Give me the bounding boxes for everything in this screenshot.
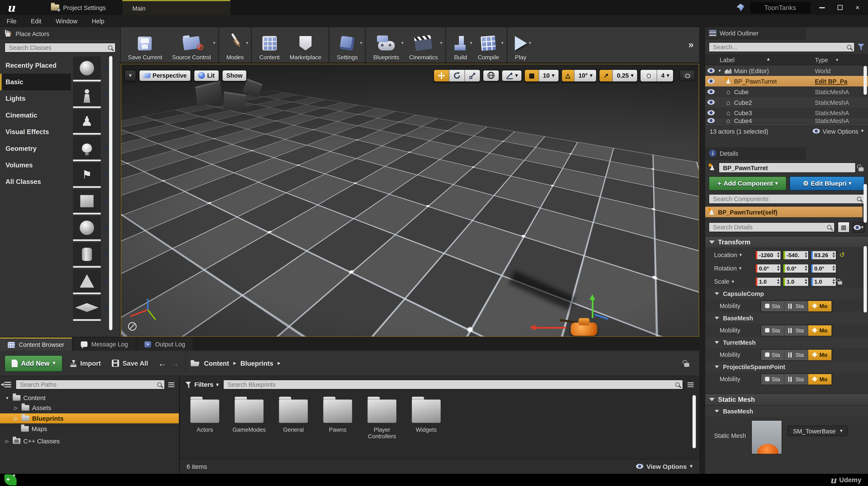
category-lights[interactable]: Lights [0,90,71,107]
build-button[interactable]: ▾Build [448,27,473,63]
folder-pawns[interactable]: Pawns [320,399,355,439]
minimize-button[interactable] [816,3,828,12]
scale-snap-value-button[interactable]: 0.25▾ [613,69,638,81]
breadcrumb-blueprints[interactable]: Blueprints [241,359,273,367]
rotation-y-field[interactable]: 0.0° [783,263,809,273]
camera-mode-button[interactable]: Perspective [138,69,191,81]
category-recently-placed[interactable]: Recently Placed [0,57,71,74]
source-control-button[interactable]: ⊘▾Source Control [167,27,216,63]
spinner-icon[interactable] [777,265,780,271]
show-flags-button[interactable]: Show [222,69,247,81]
mobility-static-option[interactable]: Sta [761,325,784,336]
menu-edit[interactable]: Edit [31,18,41,24]
spinner-icon[interactable] [832,265,836,271]
world-outliner-tab[interactable]: World Outliner [705,27,806,39]
folder-widgets[interactable]: Widgets [409,399,443,439]
turretmesh-section-header[interactable]: TurretMesh [705,337,868,348]
details-scrollbar[interactable] [864,246,867,312]
edit-blueprint-button[interactable]: ⚙ Edit Bluepri ▾ [789,176,865,191]
visibility-eye-icon[interactable] [707,89,715,94]
rotation-snap-value-button[interactable]: 10°▾ [575,69,596,81]
tab-message-log[interactable]: Message Log [73,338,135,351]
details-lock-icon[interactable] [859,167,864,171]
location-x-field[interactable]: -1260 [755,250,781,259]
folder-actors[interactable]: Actors [188,399,222,439]
details-scrollbar-lower[interactable] [864,184,867,223]
tree-item-content[interactable]: ▾ Content [4,393,175,403]
component-row-self[interactable]: ♟ BP_PawnTurret(self) [705,207,863,217]
tree-item-blueprints[interactable]: ▷ Blueprints [0,413,179,423]
folder-gamemodes[interactable]: GameModes [232,399,267,439]
dropdown-caret-icon[interactable]: ▾ [501,40,503,46]
expander-icon[interactable]: ▷ [13,416,19,421]
category-basic[interactable]: Basic [0,74,71,90]
outliner-view-options-button[interactable]: View Options ▾ [812,128,864,134]
spinner-icon[interactable] [832,252,836,258]
outliner-row-cube3[interactable]: ⌂ Cube3 StaticMeshA [705,108,868,118]
content-view-options-button[interactable]: View Options ▾ [636,463,692,470]
outliner-row-cube2[interactable]: ⌂ Cube2 StaticMeshA [705,97,868,108]
viewport-3d-scene[interactable] [121,64,699,337]
import-button[interactable]: Import [67,359,104,367]
tree-item-cpp-classes[interactable]: ▷ C++ Classes [4,436,175,446]
menu-file[interactable]: File [6,18,16,24]
actor-thumb-plane[interactable]: ↺ [73,296,101,319]
outliner-search-input[interactable] [712,43,845,51]
dropdown-caret-icon[interactable]: ▾ [246,40,248,46]
content-browser-lock-icon[interactable] [684,363,689,367]
add-component-button[interactable]: + Add Component ▾ [709,176,787,191]
scale-y-field[interactable]: 1.0 [783,277,809,286]
search-assets-input[interactable] [226,381,673,389]
folder-player-controllers[interactable]: Player Controllers [365,399,399,439]
actor-thumb-sphere-2[interactable]: ↺ [73,216,101,239]
search-assets-box[interactable] [223,379,683,390]
mobility-movable-option[interactable]: ✥Mo [808,349,832,360]
visibility-eye-icon[interactable] [707,79,715,84]
folder-general[interactable]: General [276,399,311,439]
mobility-static-option[interactable]: Sta [761,349,784,360]
outliner-row-cube4[interactable]: ⌂ Cube4 StaticMeshA [705,118,868,123]
visibility-eye-icon[interactable] [707,68,715,73]
tree-item-assets[interactable]: ▷ Assets [4,403,175,413]
mobility-stationary-option[interactable]: Sta [784,325,808,336]
visibility-eye-icon[interactable] [707,100,715,105]
grid-snap-value-button[interactable]: 10▾ [539,69,558,81]
mobility-stationary-option[interactable]: Sta [784,349,808,360]
surface-snap-button[interactable]: ▾ [501,69,522,81]
category-geometry[interactable]: Geometry [0,140,71,157]
forward-button[interactable]: → [171,359,179,368]
dropdown-caret-icon[interactable]: ▾ [213,40,215,46]
screenshot-button[interactable] [679,69,695,81]
dropdown-caret-icon[interactable]: ▾ [401,40,403,46]
compile-button[interactable]: ▾Compile [473,27,504,63]
maximize-button[interactable] [834,3,846,12]
basemesh-section-header[interactable]: BaseMesh [705,312,868,323]
place-actors-scrollbar[interactable] [109,56,113,330]
edit-blueprint-link[interactable]: Edit BP_Pa [815,78,868,84]
actor-name-box[interactable] [719,162,856,173]
transform-section-header[interactable]: Transform [705,236,868,248]
mobility-movable-option[interactable]: ✥Mo [808,374,832,384]
mobility-movable-option[interactable]: ✥Mo [808,301,832,311]
static-mesh-section-header[interactable]: Static Mesh [705,394,868,406]
mobility-static-option[interactable]: Sta [761,374,784,384]
visibility-eye-icon[interactable] [707,118,715,123]
scale-x-field[interactable]: 1.0 [755,277,781,286]
search-paths-input[interactable] [19,381,155,389]
translate-tool-button[interactable] [434,69,450,81]
view-mode-button[interactable]: Lit [194,69,219,81]
search-components-box[interactable] [709,194,865,204]
actor-thumb-sphere[interactable]: ↺ [73,56,101,79]
view-settings-icon[interactable] [687,382,693,387]
outliner-row-cube[interactable]: ⌂ Cube StaticMeshA [705,87,868,97]
gizmo-z-axis[interactable] [592,299,593,318]
category-volumes[interactable]: Volumes [0,157,71,173]
spinner-icon[interactable] [832,279,836,284]
search-paths-box[interactable] [16,379,165,390]
column-type[interactable]: Type [815,56,828,63]
scale-tool-button[interactable] [465,69,480,81]
close-button[interactable]: × [851,3,864,12]
sources-list-icon[interactable] [168,382,175,387]
scale-snap-toggle[interactable]: ↗ [600,69,613,81]
settings-button[interactable]: ▾Settings [332,27,363,63]
